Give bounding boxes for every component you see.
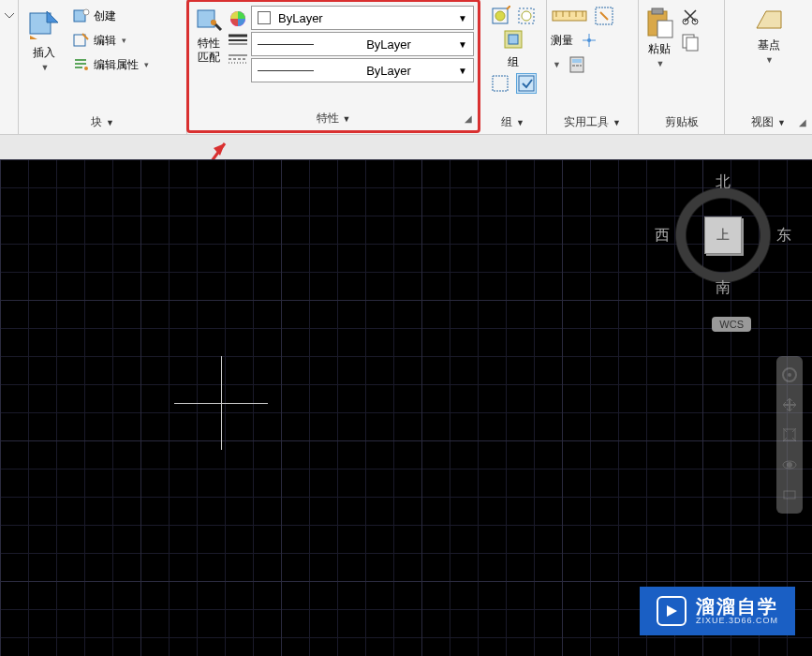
- svg-point-50: [787, 462, 792, 468]
- paste-label: 粘贴: [648, 41, 671, 57]
- group-main-icon: [503, 29, 524, 50]
- group-panel-label[interactable]: 组 ▼: [480, 111, 546, 134]
- compass-west[interactable]: 西: [655, 226, 670, 246]
- group-label: 组: [508, 54, 519, 70]
- line-sample: [258, 70, 314, 71]
- chevron-down-icon: ▼: [765, 55, 774, 65]
- dialog-launcher-icon[interactable]: ◢: [799, 117, 806, 127]
- group-edit-icon[interactable]: [490, 73, 510, 94]
- svg-point-4: [84, 67, 88, 70]
- clipboard-panel-label: 剪贴板: [639, 111, 724, 134]
- chevron-down-icon: ▼: [657, 59, 665, 68]
- steering-wheel-icon[interactable]: [776, 364, 803, 386]
- match-properties-button[interactable]: 特性 匹配: [193, 6, 225, 66]
- svg-rect-35: [576, 65, 579, 67]
- svg-marker-45: [214, 143, 225, 156]
- cut-icon[interactable]: [680, 6, 701, 26]
- chevron-down-icon: ▼: [343, 114, 351, 124]
- props-icons-column: [229, 6, 247, 66]
- panel-group: 组 组 ▼: [480, 0, 547, 134]
- zoom-extents-icon[interactable]: [776, 424, 803, 446]
- match-props-icon: [195, 7, 223, 36]
- viewcube-top-face[interactable]: 上: [704, 216, 742, 254]
- create-block-button[interactable]: 创建: [71, 6, 151, 26]
- base-point-button[interactable]: 基点 ▼: [751, 6, 787, 67]
- svg-rect-38: [652, 8, 663, 14]
- svg-rect-33: [572, 59, 582, 63]
- edit-block-button[interactable]: 编辑 ▾: [71, 30, 151, 51]
- paste-button[interactable]: 粘贴 ▼: [642, 6, 676, 70]
- insert-block-icon: [26, 7, 62, 43]
- edit-attributes-button[interactable]: 编辑属性 ▾: [71, 54, 151, 75]
- measure-icon[interactable]: [551, 6, 588, 26]
- play-logo-icon: [657, 596, 687, 626]
- svg-rect-19: [509, 35, 518, 44]
- edit-attr-label: 编辑属性: [94, 57, 139, 73]
- chevron-down-icon[interactable]: ▼: [553, 60, 561, 69]
- ungroup-icon[interactable]: [516, 6, 537, 26]
- svg-point-17: [522, 11, 531, 21]
- svg-rect-3: [74, 35, 85, 46]
- orbit-icon[interactable]: [776, 454, 803, 476]
- copy-icon[interactable]: [680, 32, 701, 52]
- insert-button[interactable]: 插入 ▼: [24, 6, 64, 74]
- svg-point-2: [83, 9, 89, 15]
- show-motion-icon[interactable]: [776, 484, 803, 506]
- color-swatch: [258, 11, 271, 24]
- watermark-url: ZIXUE.3D66.COM: [696, 617, 778, 626]
- lineweight-combo[interactable]: ByLayer ▼: [251, 32, 474, 56]
- measure-label: 测量: [551, 33, 573, 49]
- color-wheel-icon[interactable]: [229, 9, 247, 28]
- svg-rect-34: [572, 65, 575, 67]
- panel-block: 插入 ▼ 创建 编辑 ▾ 编辑属性 ▾: [19, 0, 187, 134]
- lineweight-combo-text: ByLayer: [319, 37, 458, 52]
- group-icon[interactable]: [490, 6, 510, 26]
- watermark: 溜溜自学 ZIXUE.3D66.COM: [640, 587, 795, 635]
- compass-north[interactable]: 北: [716, 172, 731, 192]
- chevron-down-icon: ▼: [106, 118, 114, 127]
- base-icon: [753, 7, 785, 36]
- color-combo-text: ByLayer: [278, 11, 323, 25]
- svg-rect-20: [493, 76, 508, 91]
- dialog-launcher-icon[interactable]: ◢: [465, 113, 472, 124]
- color-combo[interactable]: ByLayer ▼: [251, 6, 474, 30]
- wcs-badge[interactable]: WCS: [712, 317, 751, 332]
- svg-rect-43: [687, 37, 698, 51]
- line-sample: [258, 44, 314, 45]
- svg-rect-51: [784, 491, 795, 499]
- compass-south[interactable]: 南: [716, 278, 731, 298]
- view-panel-label[interactable]: 视图 ▼ ◢: [725, 111, 812, 134]
- ribbon-left-tab[interactable]: [0, 0, 19, 134]
- pan-icon[interactable]: [776, 394, 803, 416]
- paste-icon: [644, 7, 674, 39]
- panel-utility: 测量 ▼ 实用工具 ▼: [547, 0, 639, 134]
- svg-rect-21: [519, 76, 534, 91]
- edit-label: 编辑: [94, 33, 116, 49]
- insert-label: 插入: [33, 45, 55, 61]
- point-icon[interactable]: [579, 30, 599, 51]
- edit-attr-icon: [73, 56, 90, 73]
- linetype-combo[interactable]: ByLayer ▼: [251, 58, 474, 82]
- utility-panel-label[interactable]: 实用工具 ▼: [547, 111, 638, 134]
- chevron-down-icon: ▼: [41, 63, 50, 72]
- chevron-down-icon: ▾: [144, 60, 149, 69]
- linetype-icon[interactable]: [229, 52, 247, 66]
- properties-panel-label[interactable]: 特性 ▼ ◢: [189, 107, 478, 130]
- chevron-down-icon: ▼: [458, 13, 467, 23]
- chevron-down-icon: ▼: [777, 118, 786, 127]
- match-props-label1: 特性: [198, 37, 220, 50]
- compass-east[interactable]: 东: [776, 226, 791, 246]
- panel-properties: 特性 匹配: [186, 0, 480, 133]
- viewcube[interactable]: 北 南 西 东 上: [662, 174, 784, 296]
- quick-select-icon[interactable]: [594, 6, 614, 26]
- linetype-combo-text: ByLayer: [319, 64, 458, 78]
- lineweight-icon[interactable]: [229, 34, 247, 47]
- block-panel-label[interactable]: 块 ▼: [19, 111, 186, 134]
- calculator-icon[interactable]: [567, 54, 587, 75]
- panel-view: 基点 ▼ 视图 ▼ ◢: [725, 0, 812, 134]
- group-selection-icon[interactable]: [516, 73, 537, 94]
- svg-rect-36: [580, 65, 582, 67]
- panel-clipboard: 粘贴 ▼ 剪贴板: [639, 0, 725, 134]
- edit-icon: [73, 32, 90, 49]
- navigation-bar: [776, 356, 803, 514]
